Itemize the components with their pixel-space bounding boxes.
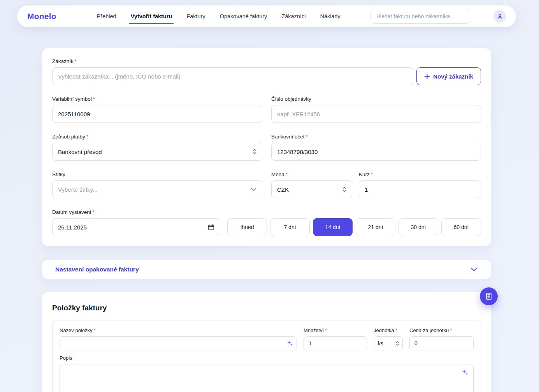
customer-search-input[interactable] [52, 67, 413, 85]
nav-item-opakovane-faktury[interactable]: Opakované faktury [220, 5, 267, 27]
nav-item-naklady[interactable]: Náklady [320, 5, 340, 27]
item-unit-value: ks [378, 340, 383, 346]
invoice-item-row: Název položky* Množství* Jednotka* [52, 320, 481, 392]
ai-sparkle-icon[interactable] [287, 340, 293, 346]
ai-sparkle-icon[interactable] [462, 369, 468, 376]
tags-label: Štítky [52, 172, 262, 177]
invoice-form-card: Zákazník* Nový zákazník Variabilní symbo… [42, 48, 491, 246]
item-name-field: Název položky* [60, 327, 297, 350]
currency-field: Měna* CZK [271, 172, 352, 198]
new-customer-button[interactable]: Nový zákazník [416, 67, 481, 85]
due-option-ihned[interactable]: Ihned [227, 218, 267, 236]
due-option-14-dni[interactable]: 14 dní [313, 218, 353, 236]
required-asterisk: * [306, 134, 308, 140]
global-search-input[interactable] [370, 9, 470, 24]
bank-account-input[interactable] [271, 143, 481, 161]
required-asterisk: * [450, 327, 452, 333]
chevron-down-icon [471, 268, 477, 271]
item-description-textarea[interactable] [60, 364, 474, 392]
item-unit-price-input[interactable] [409, 336, 474, 350]
calendar-icon[interactable] [208, 224, 214, 231]
calculator-icon [485, 292, 493, 300]
required-asterisk: * [395, 327, 397, 333]
item-quantity-field: Množství* [304, 327, 367, 350]
customer-label: Zákazník* [52, 58, 481, 64]
recurring-settings-title: Nastavení opakované faktury [55, 266, 139, 273]
currency-label: Měna* [271, 172, 352, 177]
app-logo[interactable]: Monelo [27, 12, 56, 21]
item-unit-price-label: Cena za jednotku* [409, 327, 474, 333]
item-quantity-input[interactable] [304, 336, 367, 350]
order-number-field: Číslo objednávky [271, 96, 481, 123]
item-unit-select[interactable]: ks [374, 336, 403, 350]
nav-item-faktury[interactable]: Faktury [186, 5, 205, 27]
order-number-input[interactable] [271, 105, 481, 123]
required-asterisk: * [286, 172, 288, 177]
due-option-30-dni[interactable]: 30 dní [399, 218, 438, 236]
required-asterisk: * [75, 58, 77, 64]
issue-date-label: Datum vystavení* [52, 209, 481, 215]
currency-select[interactable]: CZK [271, 180, 352, 198]
payment-method-label: Způsob platby* [52, 134, 262, 140]
issue-date-field: Datum vystavení* 26.11.2025 Ihned 7 dní … [52, 209, 481, 236]
nav-item-vytvorit-fakturu[interactable]: Vytvořit fakturu [131, 5, 172, 27]
payment-method-value: Bankovní převod [58, 149, 102, 155]
tags-select[interactable]: Vyberte štítky... [52, 180, 262, 198]
main-nav: Přehled Vytvořit fakturu Faktury Opakova… [97, 5, 341, 27]
currency-value: CZK [277, 186, 289, 193]
chevron-updown-icon [396, 341, 399, 346]
customer-field: Zákazník* Nový zákazník [52, 58, 481, 85]
chevron-down-icon [251, 188, 256, 191]
plus-icon [424, 74, 430, 79]
bank-account-field: Bankovní účet* [271, 134, 481, 161]
issue-date-value: 26.11.2025 [58, 224, 87, 231]
recurring-settings-toggle[interactable]: Nastavení opakované faktury [42, 260, 491, 279]
page-content: Zákazník* Nový zákazník Variabilní symbo… [42, 48, 491, 392]
tags-field: Štítky Vyberte štítky... [52, 172, 262, 198]
due-options-group: Ihned 7 dní 14 dní 21 dní 30 dní 60 dní [227, 218, 481, 236]
required-asterisk: * [86, 134, 88, 140]
exchange-rate-field: Kurz* [359, 172, 481, 198]
nav-item-zakaznici[interactable]: Zákazníci [281, 5, 305, 27]
due-option-21-dni[interactable]: 21 dní [356, 218, 395, 236]
calculator-fab-button[interactable] [480, 287, 498, 305]
bank-account-label: Bankovní účet* [271, 134, 481, 140]
nav-item-prehled[interactable]: Přehled [97, 5, 116, 27]
exchange-rate-label: Kurz* [359, 172, 481, 177]
tags-placeholder: Vyberte štítky... [58, 186, 98, 193]
invoice-items-card: Položky faktury Název položky* Množství* [42, 292, 491, 392]
payment-method-select[interactable]: Bankovní převod [52, 143, 262, 161]
issue-date-input[interactable]: 26.11.2025 [52, 218, 220, 236]
required-asterisk: * [325, 327, 327, 333]
due-option-7-dni[interactable]: 7 dní [270, 218, 310, 236]
required-asterisk: * [93, 96, 95, 102]
items-section-title: Položky faktury [52, 304, 481, 312]
new-customer-label: Nový zákazník [433, 73, 473, 80]
item-description-label: Popis [60, 355, 474, 361]
item-name-label: Název položky* [60, 327, 297, 333]
item-unit-label: Jednotka* [374, 327, 403, 333]
due-option-60-dni[interactable]: 60 dní [441, 218, 481, 236]
item-unit-field: Jednotka* ks [374, 327, 403, 350]
exchange-rate-input[interactable] [359, 180, 481, 198]
variable-symbol-label: Variabilní symbol* [52, 96, 262, 102]
variable-symbol-input[interactable] [52, 105, 262, 123]
user-icon [497, 13, 503, 20]
item-unit-price-field: Cena za jednotku* [409, 327, 474, 350]
order-number-label: Číslo objednávky [271, 96, 481, 102]
item-description-field: Popis [60, 355, 474, 392]
item-quantity-label: Množství* [304, 327, 367, 333]
required-asterisk: * [93, 209, 95, 215]
top-navbar: Monelo Přehled Vytvořit fakturu Faktury … [17, 5, 516, 27]
item-name-input[interactable] [60, 336, 297, 350]
required-asterisk: * [94, 327, 96, 333]
payment-method-field: Způsob platby* Bankovní převod [52, 134, 262, 161]
variable-symbol-field: Variabilní symbol* [52, 96, 262, 123]
avatar-button[interactable] [493, 10, 506, 23]
required-asterisk: * [371, 172, 373, 177]
chevron-updown-icon [342, 186, 346, 192]
chevron-updown-icon [253, 149, 256, 155]
